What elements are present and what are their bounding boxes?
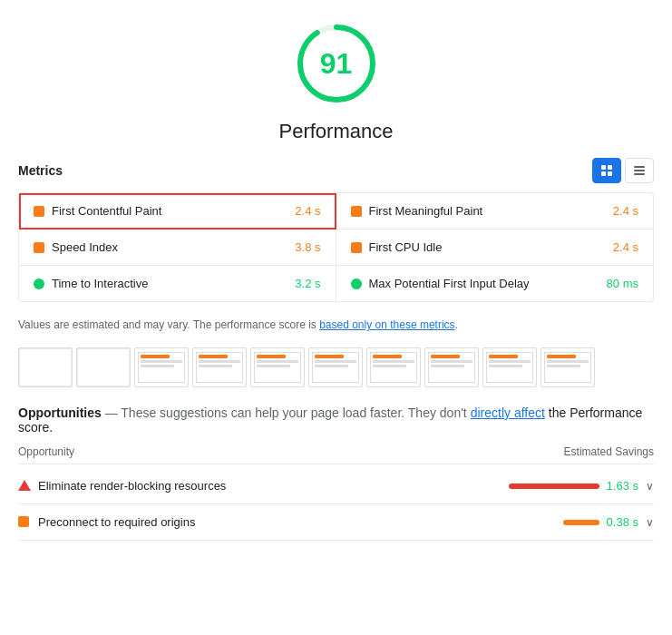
metrics-title: Metrics: [18, 163, 63, 178]
metric-first-meaningful-paint: First Meaningful Paint 2.4 s: [336, 193, 654, 230]
performance-label: Performance: [279, 120, 394, 143]
filmstrip-frame-6: [308, 347, 363, 387]
filmstrip-frame-5: [250, 347, 305, 387]
square-warning-icon: [18, 516, 31, 529]
metrics-header: Metrics: [18, 158, 654, 183]
metric-dot-si: [34, 242, 44, 253]
grid-view-button[interactable]: [592, 158, 621, 183]
svg-rect-8: [634, 173, 645, 175]
info-text-before: Values are estimated and may vary. The p…: [18, 318, 319, 331]
metric-name-tti: Time to Interactive: [52, 277, 287, 290]
opp-bar-container-1: 1.63 s ∨: [509, 479, 654, 493]
metric-value-fcp: 2.4 s: [295, 204, 320, 218]
metric-name-si: Speed Index: [52, 240, 287, 254]
expand-icon-1[interactable]: ∨: [646, 480, 654, 493]
expand-icon-2[interactable]: ∨: [646, 516, 654, 529]
filmstrip-frame-10: [541, 347, 595, 387]
svg-rect-4: [601, 171, 606, 176]
col-savings: Estimated Savings: [564, 445, 654, 458]
metric-first-cpu-idle: First CPU Idle 2.4 s: [336, 230, 654, 266]
metric-dot-tti: [34, 278, 44, 289]
filmstrip: [18, 347, 654, 387]
metric-value-fmp: 2.4 s: [613, 204, 638, 218]
opp-value-2: 0.38 s: [607, 515, 638, 529]
score-circle: 91: [291, 18, 382, 109]
metric-name-fmp: First Meaningful Paint: [369, 204, 606, 218]
metric-name-fid: Max Potential First Input Delay: [369, 277, 599, 290]
metric-speed-index: Speed Index 3.8 s: [19, 230, 336, 266]
filmstrip-frame-9: [482, 347, 537, 387]
filmstrip-frame-3: [134, 347, 189, 387]
info-text-after: .: [455, 318, 458, 331]
opp-bar-2: [563, 520, 599, 525]
svg-rect-5: [608, 171, 612, 176]
svg-rect-7: [634, 170, 645, 171]
opp-value-1: 1.63 s: [607, 479, 638, 493]
score-section: 91 Performance: [18, 18, 654, 143]
metric-dot-fmp: [351, 206, 362, 217]
opportunity-eliminate-render-blocking: Eliminate render-blocking resources 1.63…: [18, 468, 654, 504]
metric-name-fcp: First Contentful Paint: [52, 204, 287, 218]
opportunities-desc: — These suggestions can help your page l…: [102, 405, 545, 420]
opportunity-columns: Opportunity Estimated Savings: [18, 440, 654, 464]
metric-name-fci: First CPU Idle: [369, 240, 606, 254]
svg-rect-3: [608, 165, 612, 170]
opp-bar-container-2: 0.38 s ∨: [563, 515, 654, 529]
directly-affect-link[interactable]: directly affect: [471, 405, 545, 420]
opp-bar-1: [509, 484, 599, 489]
info-text: Values are estimated and may vary. The p…: [18, 317, 654, 333]
filmstrip-frame-2: [76, 347, 131, 387]
filmstrip-frame-1: [18, 347, 73, 387]
col-opportunity: Opportunity: [18, 445, 74, 458]
score-value: 91: [320, 47, 353, 81]
svg-rect-2: [601, 165, 606, 170]
metric-dot-fci: [351, 242, 362, 253]
triangle-warning-icon: [18, 480, 31, 493]
opportunities-header: Opportunities — These suggestions can he…: [18, 405, 654, 435]
metrics-grid: First Contentful Paint 2.4 s First Meani…: [18, 192, 654, 302]
metric-value-fid: 80 ms: [607, 277, 638, 290]
filmstrip-frame-7: [366, 347, 421, 387]
metric-value-tti: 3.2 s: [295, 277, 320, 290]
svg-rect-6: [634, 166, 645, 168]
filmstrip-frame-4: [192, 347, 247, 387]
opp-name-1: Eliminate render-blocking resources: [38, 479, 502, 493]
metric-max-potential-fid: Max Potential First Input Delay 80 ms: [336, 266, 654, 301]
metric-value-si: 3.8 s: [295, 240, 320, 254]
metric-dot-fid: [351, 278, 362, 289]
metrics-link[interactable]: based only on these metrics: [319, 318, 454, 331]
list-view-button[interactable]: [625, 158, 654, 183]
metric-time-to-interactive: Time to Interactive 3.2 s: [19, 266, 336, 301]
opportunities-title: Opportunities: [18, 405, 102, 420]
filmstrip-frame-8: [424, 347, 479, 387]
metric-value-fci: 2.4 s: [613, 240, 638, 254]
metric-dot-fcp: [34, 206, 44, 217]
opp-name-2: Preconnect to required origins: [38, 515, 556, 529]
opportunity-preconnect: Preconnect to required origins 0.38 s ∨: [18, 504, 654, 541]
metric-first-contentful-paint: First Contentful Paint 2.4 s: [19, 193, 336, 230]
view-toggle: [592, 158, 654, 183]
